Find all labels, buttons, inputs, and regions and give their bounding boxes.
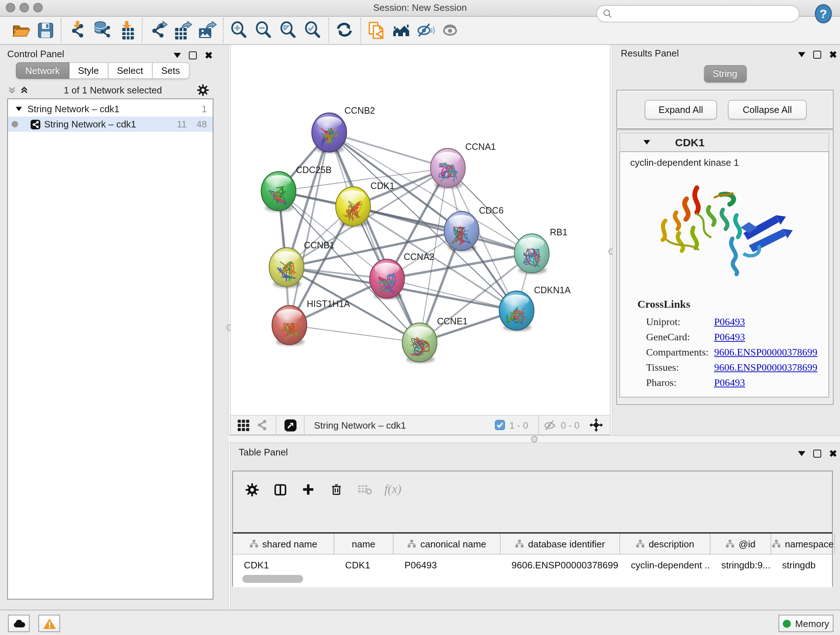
column-header-namespace[interactable]: namespace [771, 534, 835, 554]
svg-text:CDK1: CDK1 [370, 181, 395, 191]
table-panel-close-button[interactable]: ✖ [829, 450, 837, 457]
table-panel-undock-button[interactable] [813, 450, 821, 458]
warning-button[interactable] [38, 615, 60, 632]
warning-icon [42, 617, 56, 630]
column-header-description[interactable]: description [620, 534, 711, 554]
export-network-button[interactable] [146, 19, 171, 42]
cell-database-identifier: 9606.ENSP00000378699 [501, 555, 620, 575]
gene-description: cyclin-dependent kinase 1 [630, 157, 829, 168]
zoom-out-button[interactable] [252, 19, 276, 42]
collapse-all-icon[interactable] [7, 85, 17, 95]
search-input[interactable] [616, 8, 799, 19]
save-session-button[interactable] [33, 19, 58, 42]
zoom-fit-button[interactable] [276, 19, 301, 42]
table-row[interactable]: CDK1CDK1P064939606.ENSP00000378699cyclin… [233, 555, 832, 575]
network-node-CCNA1 [431, 149, 465, 187]
selection-summary: 1 of 1 Network selected [29, 84, 197, 95]
cell-namespace: stringdb [771, 555, 835, 575]
tab-select[interactable]: Select [108, 62, 152, 79]
function-builder-button[interactable]: f(x) [385, 481, 401, 497]
crosslink-label: Uniprot: [646, 316, 714, 328]
table-panel-float-button[interactable] [798, 451, 805, 456]
network-canvas[interactable]: CCNB2CCNA1CDC25BCDK1CDC6RB1CCNB1CCNA2CDK… [231, 45, 610, 415]
control-panel-close-button[interactable]: ✖ [205, 52, 213, 59]
svg-text:RB1: RB1 [550, 227, 568, 237]
zoom-selected-button[interactable] [301, 19, 325, 42]
horizontal-splitter-grip[interactable] [531, 436, 538, 442]
fit-selected-button[interactable] [587, 416, 606, 434]
network-options-gear-icon[interactable] [197, 84, 209, 96]
tab-network[interactable]: Network [16, 62, 69, 79]
results-panel-undock-button[interactable] [813, 51, 821, 59]
delete-column-button[interactable] [328, 481, 344, 497]
gene-section-header[interactable]: CDK1 [619, 133, 829, 151]
table-settings-gear-button[interactable] [244, 481, 260, 497]
help-icon: ? [813, 4, 834, 24]
import-network-file-button[interactable] [65, 19, 90, 42]
svg-text:CDC25B: CDC25B [296, 165, 332, 175]
expand-all-icon[interactable] [19, 85, 29, 95]
right-splitter[interactable] [610, 45, 613, 435]
cloud-button[interactable] [8, 615, 30, 632]
results-panel-float-button[interactable] [798, 52, 805, 57]
results-panel-title: Results Panel [621, 48, 679, 59]
collection-expand-icon[interactable] [16, 107, 22, 111]
control-panel-float-button[interactable] [174, 53, 181, 58]
table-panel: Table Panel ✖ f(x) shared namenamecanoni… [231, 443, 840, 588]
network-node-CDC25B [261, 172, 296, 211]
column-header-database-identifier[interactable]: database identifier [501, 534, 620, 554]
hide-panels-button[interactable] [414, 19, 439, 42]
control-panel: Control Panel ✖ NetworkStyleSelectSets 1… [0, 45, 228, 610]
tab-style[interactable]: Style [69, 62, 108, 79]
crosslink-link[interactable]: P06493 [714, 331, 745, 343]
crosslink-label: Pharos: [646, 377, 714, 389]
export-image-button[interactable] [195, 19, 220, 42]
column-header-name[interactable]: name [334, 534, 393, 554]
cell-description: cyclin-dependent ... [620, 555, 711, 575]
column-header-shared-name[interactable]: shared name [233, 534, 334, 554]
selected-checkbox[interactable] [495, 420, 505, 430]
birds-eye-view-button[interactable] [281, 416, 300, 434]
import-network-database-button[interactable] [90, 19, 114, 42]
gene-collapse-icon[interactable] [644, 140, 650, 145]
control-panel-undock-button[interactable] [189, 51, 197, 59]
hidden-eye-icon[interactable] [543, 418, 556, 432]
tab-string[interactable]: String [704, 65, 747, 82]
network-share-button[interactable] [253, 416, 271, 434]
network-list: String Network – cdk1 1 String Network –… [7, 98, 213, 600]
import-table-file-button[interactable] [114, 19, 139, 42]
network-row[interactable]: String Network – cdk1 11 48 [8, 117, 213, 132]
open-file-button[interactable] [9, 19, 33, 42]
expand-all-button[interactable]: Expand All [645, 100, 717, 119]
network-view-toolbar: String Network – cdk1 1 - 0 0 - 0 [231, 415, 610, 435]
memory-button[interactable]: Memory [778, 615, 834, 632]
table-horizontal-scrollbar[interactable] [242, 575, 303, 583]
zoom-in-button[interactable] [227, 19, 252, 42]
crosslink-link[interactable]: P06493 [714, 316, 745, 328]
column-header-@id[interactable]: @id [711, 534, 771, 554]
clone-network-button[interactable] [365, 19, 389, 42]
show-all-windows-button[interactable] [389, 19, 414, 42]
tab-sets[interactable]: Sets [152, 62, 189, 79]
svg-text:CDC6: CDC6 [479, 205, 504, 215]
export-table-button[interactable] [171, 19, 195, 42]
show-columns-button[interactable] [272, 481, 288, 497]
table-box: f(x) shared namenamecanonical namedataba… [232, 470, 833, 586]
crosslink-link[interactable]: P06493 [714, 377, 745, 389]
help-button[interactable]: ? [813, 4, 834, 24]
network-collection-row[interactable]: String Network – cdk1 1 [8, 101, 213, 117]
add-column-button[interactable] [300, 481, 316, 497]
refresh-view-button[interactable] [333, 19, 357, 42]
collapse-all-button[interactable]: Collapse All [728, 100, 807, 119]
grid-view-button[interactable] [234, 416, 253, 434]
show-panels-button[interactable] [439, 19, 463, 42]
delete-table-button[interactable] [357, 481, 373, 497]
results-panel-close-button[interactable]: ✖ [829, 51, 837, 58]
svg-text:?: ? [820, 7, 827, 21]
column-header-canonical-name[interactable]: canonical name [393, 534, 501, 554]
svg-text:CCNB1: CCNB1 [304, 240, 335, 250]
crosslink-link[interactable]: 9606.ENSP00000378699 [714, 346, 817, 358]
network-node-CCNB1 [269, 248, 304, 287]
crosslink-link[interactable]: 9606.ENSP00000378699 [714, 361, 817, 374]
network-node-CDKN1A [499, 291, 534, 330]
